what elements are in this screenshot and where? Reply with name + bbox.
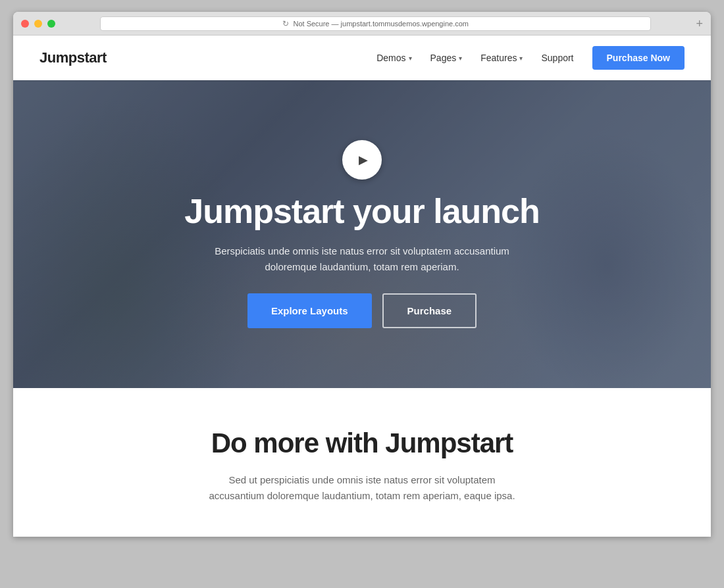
maximize-button[interactable]: [47, 20, 55, 28]
refresh-icon[interactable]: ↻: [282, 19, 289, 28]
play-button[interactable]: [342, 140, 382, 180]
bottom-section: Do more with Jumpstart Sed ut perspiciat…: [13, 388, 711, 537]
browser-window: ↻ Not Secure — jumpstart.tommusdemos.wpe…: [13, 12, 711, 537]
hero-title: Jumpstart your launch: [184, 193, 540, 230]
nav-item-support[interactable]: Support: [541, 53, 573, 63]
new-tab-button[interactable]: +: [696, 18, 703, 30]
nav-links: Demos ▾ Pages ▾ Features ▾ Support Purch…: [376, 46, 685, 70]
explore-layouts-button[interactable]: Explore Layouts: [247, 293, 372, 328]
address-bar-text: Not Secure — jumpstart.tommusdemos.wpeng…: [293, 20, 469, 28]
browser-titlebar: ↻ Not Secure — jumpstart.tommusdemos.wpe…: [13, 12, 711, 36]
purchase-now-button[interactable]: Purchase Now: [592, 46, 685, 70]
hero-buttons: Explore Layouts Purchase: [247, 293, 477, 328]
nav-item-pages[interactable]: Pages ▾: [430, 53, 463, 63]
purchase-button[interactable]: Purchase: [382, 293, 477, 328]
hero-section: Jumpstart your launch Berspiciatis unde …: [13, 80, 711, 388]
bottom-subtitle: Sed ut perspiciatis unde omnis iste natu…: [204, 472, 520, 504]
chevron-down-icon: ▾: [459, 55, 462, 62]
hero-subtitle: Berspiciatis unde omnis iste natus error…: [191, 243, 533, 275]
site-logo: Jumpstart: [39, 49, 107, 66]
website-content: Jumpstart Demos ▾ Pages ▾ Features ▾ Sup…: [13, 36, 711, 537]
navbar: Jumpstart Demos ▾ Pages ▾ Features ▾ Sup…: [13, 36, 711, 80]
chevron-down-icon: ▾: [409, 55, 412, 62]
bottom-title: Do more with Jumpstart: [39, 428, 685, 459]
nav-item-features[interactable]: Features ▾: [480, 53, 523, 63]
nav-item-demos[interactable]: Demos ▾: [376, 53, 411, 63]
close-button[interactable]: [21, 20, 29, 28]
address-bar[interactable]: ↻ Not Secure — jumpstart.tommusdemos.wpe…: [100, 16, 651, 31]
minimize-button[interactable]: [34, 20, 42, 28]
hero-content: Jumpstart your launch Berspiciatis unde …: [184, 140, 540, 328]
chevron-down-icon: ▾: [519, 55, 523, 62]
